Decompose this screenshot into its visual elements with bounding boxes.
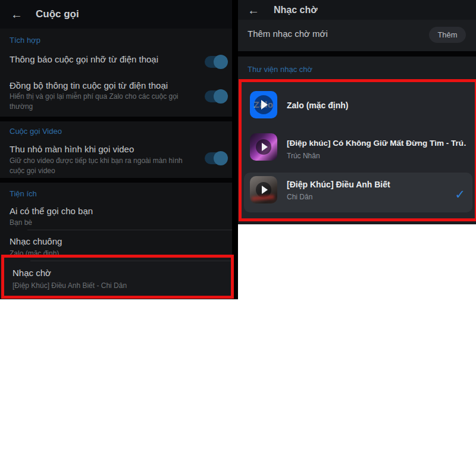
song-artist: Trúc Nhân	[287, 152, 320, 160]
album-art	[250, 133, 277, 161]
setting-item-missed-call[interactable]: Thông báo cuộc gọi nhỡ từ điện thoại	[0, 49, 232, 74]
calls-settings-screen: ← Cuộc gọi Tích hợp Thông báo cuộc gọi n…	[0, 0, 232, 299]
song-artist: Chi Dân	[287, 193, 312, 201]
toggle-sync-calls[interactable]	[205, 90, 227, 102]
setting-item-minimize-video[interactable]: Thu nhỏ màn hình khi gọi video Giữ cho v…	[0, 138, 232, 178]
add-ringback-label: Thêm nhạc chờ mới	[248, 29, 328, 39]
setting-title: Thu nhỏ màn hình khi gọi video	[10, 144, 134, 154]
zalo-app-icon: Zalo	[250, 91, 277, 118]
section-label-integration: Tích hợp	[10, 36, 40, 45]
play-icon	[256, 182, 271, 198]
play-triangle-icon	[262, 143, 268, 151]
toggle-knob	[214, 55, 228, 69]
song-title: [Điệp khúc] Có Không Giữ Mất Đừng Tìm - …	[287, 139, 466, 148]
setting-title: Đồng bộ thông tin cuộc gọi từ điện thoại	[10, 80, 168, 90]
section-label-library: Thư viện nhạc chờ	[248, 65, 312, 74]
composite-screenshot: ← Cuộc gọi Tích hợp Thông báo cuộc gọi n…	[0, 0, 476, 476]
play-icon	[256, 139, 271, 155]
setting-title: Nhạc chuông	[10, 236, 62, 246]
toggle-missed-call[interactable]	[205, 56, 227, 68]
section-label-video: Cuộc gọi Video	[10, 127, 62, 136]
song-list: Zalo Zalo (mặc định) [Điệp khúc] Có K	[242, 82, 475, 218]
song-title: [Điệp Khúc] Điều Anh Biết	[287, 180, 390, 189]
play-icon	[254, 95, 273, 114]
setting-subtitle: Hiển thị và gọi lại miễn phí qua Zalo ch…	[10, 92, 194, 112]
section-gap	[0, 178, 232, 183]
back-icon[interactable]: ←	[11, 8, 23, 20]
back-icon[interactable]: ←	[248, 4, 259, 16]
add-ringback-row: Thêm nhạc chờ mới Thêm	[238, 20, 476, 51]
ringback-screen: ← Nhạc chờ Thêm nhạc chờ mới Thêm Thư vi…	[238, 0, 476, 224]
song-row-dieu-anh-biet[interactable]	[244, 173, 472, 212]
setting-title: Nhạc chờ	[12, 268, 51, 278]
play-triangle-icon	[261, 100, 268, 109]
song-row-zalo-default[interactable]: Zalo Zalo (mặc định)	[242, 84, 475, 130]
page-title: Cuộc gọi	[36, 8, 79, 20]
setting-subtitle: Giữ cho video được tiếp tục khi bạn ra n…	[10, 156, 194, 176]
setting-title: Thông báo cuộc gọi nhỡ từ điện thoại	[10, 54, 158, 64]
album-art	[250, 176, 277, 203]
ringback-header: ← Nhạc chờ	[238, 0, 476, 20]
setting-value: Bạn bè	[10, 218, 32, 228]
play-triangle-icon	[262, 186, 268, 194]
toggle-knob	[214, 89, 228, 104]
setting-title: Ai có thể gọi cho bạn	[10, 206, 93, 216]
setting-item-ringback[interactable]: Nhạc chờ [Điệp Khúc] Điều Anh Biết - Chi…	[4, 258, 231, 296]
section-gap	[0, 117, 232, 121]
toggle-minimize-video[interactable]	[205, 152, 227, 164]
add-button[interactable]: Thêm	[429, 27, 466, 43]
setting-item-sync-calls[interactable]: Đồng bộ thông tin cuộc gọi từ điện thoại…	[0, 74, 232, 117]
highlight-box-library: Zalo Zalo (mặc định) [Điệp khúc] Có K	[239, 79, 476, 221]
calls-header: ← Cuộc gọi	[0, 0, 232, 29]
section-label-utilities: Tiện ích	[10, 189, 37, 198]
row-divider	[30, 261, 231, 261]
selected-check-icon: ✓	[455, 187, 465, 202]
section-gap	[238, 51, 476, 57]
setting-item-ringtone[interactable]: Nhạc chuông Zalo (mặc định)	[0, 232, 232, 255]
row-divider	[27, 230, 232, 230]
setting-item-who-can-call[interactable]: Ai có thể gọi cho bạn Bạn bè	[0, 201, 232, 228]
toggle-knob	[214, 151, 228, 165]
highlight-box-ringback: Nhạc chờ [Điệp Khúc] Điều Anh Biết - Chi…	[1, 255, 234, 299]
song-title: Zalo (mặc định)	[287, 101, 348, 110]
page-title: Nhạc chờ	[274, 5, 318, 15]
setting-value: [Điệp Khúc] Điều Anh Biết - Chi Dân	[12, 281, 127, 291]
song-row-co-khong-giu[interactable]: [Điệp khúc] Có Không Giữ Mất Đừng Tìm - …	[242, 130, 475, 171]
